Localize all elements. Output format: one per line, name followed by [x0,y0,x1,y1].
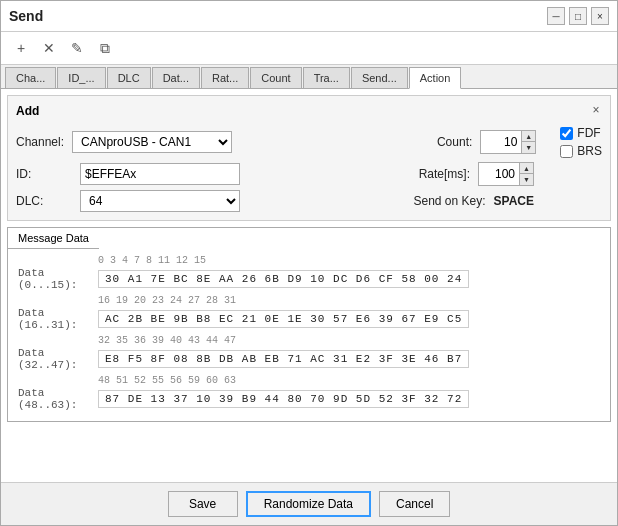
count-input[interactable] [481,131,521,153]
add-panel: Add × Channel: CANproUSB - CAN1 Count: ▲… [7,95,611,221]
close-button[interactable]: × [591,7,609,25]
hex-values-3: 87 DE 13 37 10 39 B9 44 80 70 9D 5D 52 3… [98,390,469,408]
data-label-0: Data (0...15): [18,267,98,291]
footer: Save Randomize Data Cancel [1,482,617,525]
hex-row-0: Data (0...15): 30 A1 7E BC 8E AA 26 6B D… [18,267,600,291]
tab-count[interactable]: Count [250,67,301,88]
channel-select[interactable]: CANproUSB - CAN1 [72,131,232,153]
tab-id[interactable]: ID_... [57,67,105,88]
maximize-button[interactable]: □ [569,7,587,25]
tab-bar: Cha... ID_... DLC Dat... Rat... Count Tr… [1,65,617,89]
save-button[interactable]: Save [168,491,238,517]
tab-data[interactable]: Dat... [152,67,200,88]
minimize-button[interactable]: ─ [547,7,565,25]
copy-button[interactable]: ⧉ [93,36,117,60]
indexes-row-0: 0 3 4 7 8 11 12 15 [98,255,600,266]
count-up-arrow[interactable]: ▲ [521,131,535,142]
tab-rate[interactable]: Rat... [201,67,249,88]
indexes-row-3: 48 51 52 55 56 59 60 63 [98,375,600,386]
hex-values-2: E8 F5 8F 08 8B DB AB EB 71 AC 31 E2 3F 3… [98,350,469,368]
data-block-0: 0 3 4 7 8 11 12 15 Data (0...15): 30 A1 … [18,255,600,291]
message-data-panel: Message Data 0 3 4 7 8 11 12 15 Data (0.… [7,227,611,422]
data-label-2: Data (32..47): [18,347,98,371]
data-block-2: 32 35 36 39 40 43 44 47 Data (32..47): E… [18,335,600,371]
tab-channel[interactable]: Cha... [5,67,56,88]
message-data-content: 0 3 4 7 8 11 12 15 Data (0...15): 30 A1 … [8,249,610,421]
tab-action[interactable]: Action [409,67,462,89]
rate-spinner: ▲ ▼ [478,162,534,186]
count-down-arrow[interactable]: ▼ [521,142,535,153]
data-block-1: 16 19 20 23 24 27 28 31 Data (16..31): A… [18,295,600,331]
indexes-row-2: 32 35 36 39 40 43 44 47 [98,335,600,346]
window-title: Send [9,8,43,24]
id-input[interactable] [80,163,240,185]
hex-row-1: Data (16..31): AC 2B BE 9B B8 EC 21 0E 1… [18,307,600,331]
fdf-label: FDF [577,126,600,140]
rate-label: Rate[ms]: [419,167,470,181]
hex-row-3: Data (48..63): 87 DE 13 37 10 39 B9 44 8… [18,387,600,411]
hex-values-0: 30 A1 7E BC 8E AA 26 6B D9 10 DC D6 CF 5… [98,270,469,288]
cancel-button[interactable]: Cancel [379,491,450,517]
fdf-checkbox[interactable] [560,127,573,140]
fdf-checkbox-wrap: FDF [560,126,602,140]
title-bar: Send ─ □ × [1,1,617,32]
add-panel-close-button[interactable]: × [588,102,604,118]
hex-row-2: Data (32..47): E8 F5 8F 08 8B DB AB EB 7… [18,347,600,371]
add-button[interactable]: + [9,36,33,60]
tab-tra[interactable]: Tra... [303,67,350,88]
channel-label: Channel: [16,135,64,149]
message-data-tab[interactable]: Message Data [8,228,99,249]
toolbar: + ✕ ✎ ⧉ [1,32,617,65]
rate-down-arrow[interactable]: ▼ [519,174,533,185]
brs-label: BRS [577,144,602,158]
edit-button[interactable]: ✎ [65,36,89,60]
brs-checkbox[interactable] [560,145,573,158]
dlc-select[interactable]: 64 [80,190,240,212]
brs-checkbox-wrap: BRS [560,144,602,158]
add-panel-title: Add [16,104,602,118]
data-label-3: Data (48..63): [18,387,98,411]
data-label-1: Data (16..31): [18,307,98,331]
send-on-key-label: Send on Key: [413,194,485,208]
rate-input[interactable] [479,163,519,185]
send-on-key-value: SPACE [494,194,534,208]
count-label: Count: [437,135,472,149]
tab-dlc[interactable]: DLC [107,67,151,88]
main-content: Add × Channel: CANproUSB - CAN1 Count: ▲… [1,89,617,482]
data-block-3: 48 51 52 55 56 59 60 63 Data (48..63): 8… [18,375,600,411]
id-label: ID: [16,167,72,181]
count-spinner: ▲ ▼ [480,130,536,154]
randomize-button[interactable]: Randomize Data [246,491,371,517]
hex-values-1: AC 2B BE 9B B8 EC 21 0E 1E 30 57 E6 39 6… [98,310,469,328]
main-window: Send ─ □ × + ✕ ✎ ⧉ Cha... ID_... DLC Dat… [0,0,618,526]
rate-up-arrow[interactable]: ▲ [519,163,533,174]
dlc-label: DLC: [16,194,72,208]
delete-button[interactable]: ✕ [37,36,61,60]
tab-send[interactable]: Send... [351,67,408,88]
indexes-row-1: 16 19 20 23 24 27 28 31 [98,295,600,306]
